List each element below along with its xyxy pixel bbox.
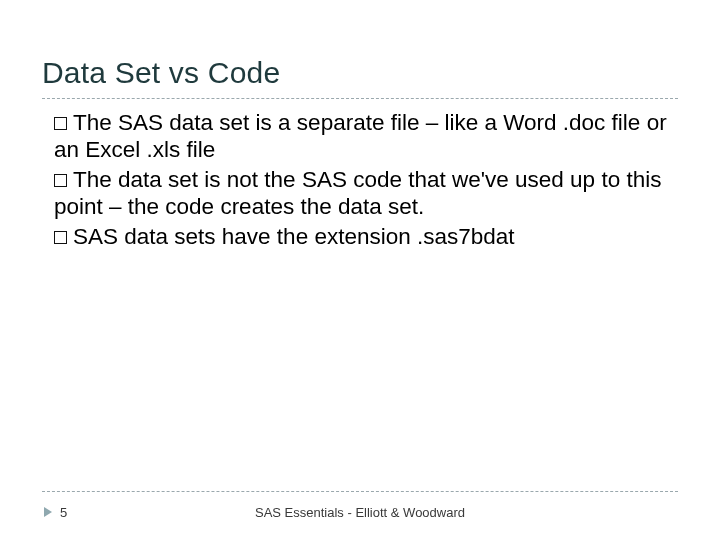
footer-divider [42,491,678,492]
slide-body: The SAS data set is a separate file – li… [0,99,720,250]
bullet-marker-icon [54,231,67,244]
bullet-item: SAS data sets have the extension .sas7bd… [54,223,678,250]
bullet-text: The data set is not the SAS code that we… [54,167,661,219]
bullet-marker-icon [54,117,67,130]
slide-title: Data Set vs Code [0,0,720,96]
bullet-item: The SAS data set is a separate file – li… [54,109,678,164]
bullet-item: The data set is not the SAS code that we… [54,166,678,221]
bullet-marker-icon [54,174,67,187]
bullet-text: SAS data sets have the extension .sas7bd… [73,224,515,249]
footer-text: SAS Essentials - Elliott & Woodward [0,505,720,520]
bullet-text: The SAS data set is a separate file – li… [54,110,667,162]
slide-footer: 5 SAS Essentials - Elliott & Woodward [0,496,720,520]
slide: Data Set vs Code The SAS data set is a s… [0,0,720,540]
